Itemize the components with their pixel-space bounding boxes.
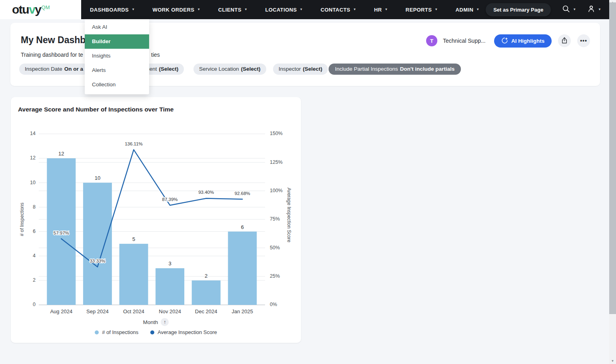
x-axis-category-label: Jan 2025 bbox=[232, 308, 253, 314]
chevron-down-icon: ▼ bbox=[435, 8, 438, 11]
nav-item-contacts[interactable]: CONTACTS▼ bbox=[321, 7, 357, 13]
scrollbar-thumb[interactable] bbox=[609, 2, 616, 314]
bar-value-label: 3 bbox=[168, 261, 171, 267]
search-icon bbox=[562, 5, 570, 14]
legend-dot bbox=[150, 330, 154, 334]
brand-logo-text: otuvyQM bbox=[12, 4, 50, 16]
share-button[interactable] bbox=[558, 34, 571, 47]
chart-card: Average Score and Number of Inspections … bbox=[11, 97, 301, 343]
nav-item-reports[interactable]: REPORTS▼ bbox=[406, 7, 438, 13]
dashboards-dropdown-menu: Ask AIBuilderInsightsAlertsCollection bbox=[85, 19, 149, 94]
chart-legend: # of InspectionsAverage Inspection Score bbox=[11, 329, 301, 335]
filter-chip-include-partial-inspections[interactable]: Include Partial InspectionsDon't include… bbox=[329, 64, 461, 75]
chevron-down-icon: ▼ bbox=[197, 8, 200, 11]
dropdown-item-builder[interactable]: Builder bbox=[85, 34, 149, 49]
filter-chip-inspector[interactable]: Inspector(Select) bbox=[273, 64, 328, 75]
logo-check-glyph: v bbox=[29, 3, 35, 16]
dropdown-item-collection[interactable]: Collection bbox=[85, 78, 149, 92]
nav-right-cluster: Set as Primary Page ▼ ▼ bbox=[486, 3, 609, 16]
legend-dot bbox=[95, 330, 99, 334]
nav-item-hr[interactable]: HR▼ bbox=[374, 7, 388, 13]
right-axis-tick: 125% bbox=[270, 159, 283, 165]
x-axis-category-label: Sep 2024 bbox=[86, 308, 109, 314]
left-axis-tick: 8 bbox=[33, 204, 36, 210]
bar-nov-2024 bbox=[155, 268, 184, 305]
right-axis-tick: 50% bbox=[270, 245, 280, 251]
bar-value-label: 5 bbox=[132, 236, 135, 242]
bar-jan-2025 bbox=[228, 232, 257, 305]
right-axis-tick: 0% bbox=[270, 302, 277, 307]
chevron-down-icon: ▼ bbox=[300, 8, 303, 11]
bar-value-label: 10 bbox=[95, 175, 100, 181]
line-point-label: 33.33% bbox=[90, 259, 105, 263]
page-subtitle: Training dashboard for te bbox=[21, 52, 83, 58]
nav-item-admin[interactable]: ADMIN▼ bbox=[456, 7, 480, 13]
x-axis-title: Month bbox=[143, 319, 158, 325]
logo-qm-badge: QM bbox=[42, 4, 50, 10]
dropdown-item-alerts[interactable]: Alerts bbox=[85, 63, 149, 78]
main-menu: DASHBOARDS▼WORK ORDERS▼CLIENTS▼LOCATIONS… bbox=[90, 7, 480, 13]
line-point-label: 57.97% bbox=[54, 231, 69, 235]
chevron-down-icon: ▼ bbox=[573, 8, 576, 11]
ai-highlights-button[interactable]: AI Highlights bbox=[494, 34, 552, 48]
left-axis-tick: 2 bbox=[33, 277, 36, 283]
right-axis-tick: 150% bbox=[270, 131, 283, 136]
chevron-down-icon: ▼ bbox=[598, 8, 601, 11]
bar-dec-2024 bbox=[192, 280, 221, 305]
right-axis-title: Average Inspection Score bbox=[286, 187, 292, 243]
left-axis-tick: 4 bbox=[33, 253, 36, 259]
line-point-label: 136.11% bbox=[125, 141, 143, 146]
sort-ascending-icon[interactable]: ↑ bbox=[161, 318, 169, 326]
avatar: T bbox=[426, 35, 437, 46]
bar-value-label: 2 bbox=[205, 273, 207, 279]
share-icon bbox=[561, 37, 568, 45]
dropdown-item-ask-ai[interactable]: Ask AI bbox=[85, 20, 149, 34]
right-axis-tick: 75% bbox=[270, 216, 280, 222]
left-axis-tick: 12 bbox=[30, 155, 36, 161]
legend-item-average-inspection-score[interactable]: Average Inspection Score bbox=[150, 329, 217, 335]
nav-item-work-orders[interactable]: WORK ORDERS▼ bbox=[153, 7, 201, 13]
ai-sparkle-icon bbox=[501, 37, 508, 45]
page-title: My New Dashb bbox=[21, 35, 86, 46]
profile-menu[interactable]: ▼ bbox=[587, 5, 601, 14]
left-axis-tick: 10 bbox=[30, 180, 36, 185]
x-axis-category-label: Nov 2024 bbox=[159, 308, 181, 314]
vertical-scrollbar[interactable]: ▲ ▼ bbox=[609, 0, 616, 364]
combo-chart: 024681012140%25%50%75%100%125%150%# of I… bbox=[11, 97, 301, 343]
nav-item-dashboards[interactable]: DASHBOARDS▼ bbox=[90, 7, 135, 13]
more-options-button[interactable]: ••• bbox=[577, 34, 590, 47]
bar-value-label: 12 bbox=[58, 151, 64, 157]
page-subtitle-fragment: ties bbox=[151, 52, 160, 58]
bar-oct-2024 bbox=[120, 244, 148, 305]
filter-chip-inspection-date[interactable]: Inspection DateOn or a bbox=[19, 64, 89, 75]
x-axis-sort-control: Month ↑ bbox=[11, 318, 301, 326]
left-axis-tick: 14 bbox=[30, 131, 36, 136]
top-navigation-bar: otuvyQM DASHBOARDS▼WORK ORDERS▼CLIENTS▼L… bbox=[0, 0, 609, 19]
right-axis-tick: 100% bbox=[270, 188, 283, 193]
right-axis-tick: 25% bbox=[270, 273, 280, 279]
nav-item-clients[interactable]: CLIENTS▼ bbox=[218, 7, 248, 13]
line-point-label: 92.68% bbox=[235, 191, 250, 196]
line-point-label: 87.39% bbox=[162, 197, 178, 202]
chevron-down-icon: ▼ bbox=[476, 8, 479, 11]
x-axis-category-label: Dec 2024 bbox=[195, 308, 217, 314]
scroll-down-icon[interactable]: ▼ bbox=[609, 358, 616, 364]
dropdown-item-insights[interactable]: Insights bbox=[85, 49, 149, 63]
chevron-down-icon: ▼ bbox=[353, 8, 356, 11]
filter-chip-service-location[interactable]: Service Location(Select) bbox=[193, 64, 266, 75]
ellipsis-icon: ••• bbox=[580, 38, 587, 44]
chevron-down-icon: ▼ bbox=[132, 8, 135, 11]
x-axis-category-label: Oct 2024 bbox=[123, 308, 144, 314]
nav-item-locations[interactable]: LOCATIONS▼ bbox=[265, 7, 303, 13]
left-axis-tick: 6 bbox=[33, 229, 36, 234]
chevron-down-icon: ▼ bbox=[244, 8, 247, 11]
line-point-label: 93.40% bbox=[198, 190, 214, 195]
bar-value-label: 6 bbox=[241, 224, 244, 230]
owner-name: Technical Supp... bbox=[443, 38, 486, 44]
search-menu[interactable]: ▼ bbox=[562, 5, 576, 14]
legend-item--of-inspections[interactable]: # of Inspections bbox=[95, 329, 138, 335]
chevron-down-icon: ▼ bbox=[385, 8, 388, 11]
left-axis-tick: 0 bbox=[33, 302, 36, 307]
set-primary-page-button[interactable]: Set as Primary Page bbox=[486, 3, 551, 16]
brand-logo[interactable]: otuvyQM bbox=[0, 0, 81, 19]
